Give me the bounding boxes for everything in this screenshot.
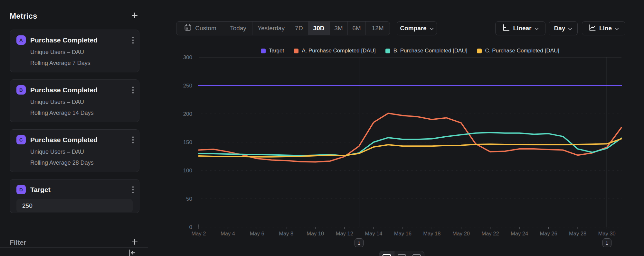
metric-measure: Unique Users – DAU xyxy=(30,149,133,155)
range-yesterday-button[interactable]: Yesterday xyxy=(252,22,290,35)
metric-badge-a: A xyxy=(16,35,26,45)
plus-icon xyxy=(131,12,138,20)
view-chart-button[interactable] xyxy=(379,251,394,256)
calendar-icon xyxy=(184,23,192,33)
date-range-control: Custom Today Yesterday 7D 30D 3M 6M 12M xyxy=(176,21,390,35)
metric-card-b-header: B Purchase Completed xyxy=(16,85,133,95)
y-axis-label: 0 xyxy=(189,224,192,230)
filter-header: Filter xyxy=(10,237,139,248)
range-custom-button[interactable]: Custom xyxy=(176,22,224,35)
metric-card-a-header: A Purchase Completed xyxy=(16,35,133,45)
plus-icon xyxy=(131,238,138,246)
metric-c-menu-button[interactable] xyxy=(131,135,135,146)
metrics-title: Metrics xyxy=(10,12,37,21)
y-axis-label: 250 xyxy=(183,83,192,89)
chart-type-dropdown[interactable]: Line xyxy=(582,21,625,35)
metric-transform: Rolling Average 28 Days xyxy=(30,160,133,166)
target-menu-button[interactable] xyxy=(131,185,135,196)
chevron-down-icon xyxy=(615,25,619,32)
metrics-header: Metrics xyxy=(10,11,139,21)
x-axis-label: May 12 xyxy=(336,231,353,236)
metric-transform: Rolling Average 7 Days xyxy=(30,60,133,67)
x-axis-label: May 16 xyxy=(394,231,412,236)
y-axis-label: 200 xyxy=(183,111,192,117)
compare-label: Compare xyxy=(400,25,426,32)
range-custom-label: Custom xyxy=(195,25,216,32)
range-3m-button[interactable]: 3M xyxy=(329,22,347,35)
metric-transform: Rolling Average 14 Days xyxy=(30,110,133,116)
collapse-sidebar-button[interactable] xyxy=(126,247,138,256)
metric-title: Purchase Completed xyxy=(30,36,98,44)
view-table-button[interactable] xyxy=(409,251,424,256)
add-metric-button[interactable] xyxy=(130,11,139,21)
metric-card-c[interactable]: C Purchase Completed Unique Users – DAU … xyxy=(10,129,139,172)
x-axis-label: May 18 xyxy=(423,231,440,236)
x-axis-label: May 28 xyxy=(569,231,586,236)
scale-dropdown[interactable]: Linear xyxy=(495,21,545,35)
chevron-down-icon xyxy=(568,25,572,32)
x-axis-label: May 26 xyxy=(540,231,557,236)
target-value-input[interactable] xyxy=(16,199,133,212)
linear-axis-icon xyxy=(502,23,510,33)
view-split-button[interactable] xyxy=(394,251,409,256)
split-view-icon xyxy=(397,254,406,256)
annotation-badge-2[interactable]: 1 xyxy=(602,238,611,247)
metric-measure: Unique Users – DAU xyxy=(30,99,133,105)
range-6m-button[interactable]: 6M xyxy=(347,22,365,35)
x-axis-label: May 24 xyxy=(511,231,528,236)
range-12m-button[interactable]: 12M xyxy=(365,22,390,35)
target-title: Target xyxy=(30,186,51,194)
chevron-down-icon xyxy=(430,25,434,32)
x-axis-label: May 6 xyxy=(250,231,264,236)
annotation-badge-1[interactable]: 1 xyxy=(355,238,364,247)
x-axis-label: May 4 xyxy=(221,231,235,236)
target-card-header: D Target xyxy=(16,185,133,194)
metric-title: Purchase Completed xyxy=(30,86,98,94)
x-axis-label: May 30 xyxy=(598,231,616,236)
y-axis-label: 150 xyxy=(183,139,192,145)
interval-label: Day xyxy=(554,25,565,32)
interval-dropdown[interactable]: Day xyxy=(549,21,578,35)
collapse-left-icon xyxy=(127,248,137,256)
x-axis-label: May 8 xyxy=(279,231,293,236)
metric-badge-c: C xyxy=(16,135,26,144)
kebab-menu-icon xyxy=(132,186,134,195)
kebab-menu-icon xyxy=(132,136,134,145)
kebab-menu-icon xyxy=(132,36,134,45)
x-axis-label: May 2 xyxy=(192,231,206,236)
filter-title: Filter xyxy=(10,239,26,246)
metric-a-menu-button[interactable] xyxy=(131,35,135,46)
metric-b-menu-button[interactable] xyxy=(131,85,135,96)
chart-view-icon xyxy=(382,254,391,256)
metrics-sidebar: Metrics A Purchase Completed Unique User… xyxy=(0,0,148,256)
x-axis-label: May 22 xyxy=(481,231,499,236)
range-30d-button[interactable]: 30D xyxy=(308,22,329,35)
range-7d-button[interactable]: 7D xyxy=(290,22,308,35)
dashboard-page: { "sidebar": { "metrics_header": { "labe… xyxy=(0,0,644,256)
y-axis-label: 300 xyxy=(183,54,192,60)
metric-badge-d: D xyxy=(16,185,26,194)
kebab-menu-icon xyxy=(132,86,134,95)
compare-dropdown[interactable]: Compare xyxy=(397,21,437,35)
chart-type-label: Line xyxy=(599,25,612,32)
x-axis-label: May 20 xyxy=(452,231,470,236)
metric-card-c-header: C Purchase Completed xyxy=(16,135,133,144)
metric-card-a[interactable]: A Purchase Completed Unique Users – DAU … xyxy=(10,30,139,72)
chart-panel: Custom Today Yesterday 7D 30D 3M 6M 12M … xyxy=(148,0,644,256)
add-filter-button[interactable] xyxy=(130,237,139,248)
chart-view-switcher xyxy=(379,251,424,256)
line-chart: 050100150200250300May 2May 4May 6May 8Ma… xyxy=(167,42,644,256)
scale-label: Linear xyxy=(513,25,531,32)
range-today-button[interactable]: Today xyxy=(224,22,252,35)
metric-measure: Unique Users – DAU xyxy=(30,49,133,56)
target-card[interactable]: D Target xyxy=(10,179,139,213)
metric-badge-b: B xyxy=(16,85,26,95)
line-chart-icon xyxy=(588,23,596,33)
table-view-icon xyxy=(412,254,421,256)
chevron-down-icon xyxy=(535,25,539,32)
y-axis-label: 50 xyxy=(186,196,192,202)
x-axis-label: May 10 xyxy=(307,231,324,236)
metric-title: Purchase Completed xyxy=(30,136,98,144)
metric-card-b[interactable]: B Purchase Completed Unique Users – DAU … xyxy=(10,79,139,122)
y-axis-label: 100 xyxy=(183,168,192,174)
